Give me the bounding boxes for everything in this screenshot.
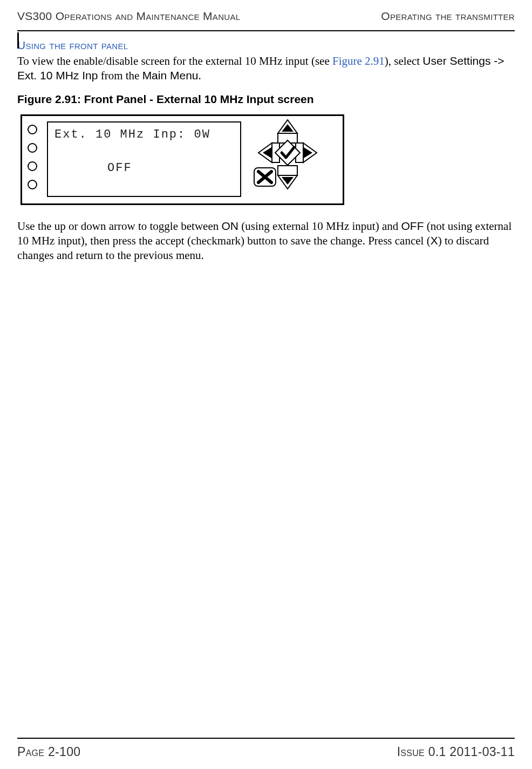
svg-rect-10 [278, 166, 297, 175]
figure-caption: Figure 2.91: Front Panel - External 10 M… [17, 93, 517, 106]
intro-text: To view the enable/disable screen for th… [17, 55, 332, 67]
page-number: Page 2-100 [17, 745, 80, 759]
header-right: Operating the transmitter [381, 10, 515, 23]
body-paragraph: Use the up or down arrow to toggle betwe… [17, 219, 517, 263]
nav-keypad-icon [242, 119, 333, 203]
lcd-line-1: Ext. 10 MHz Inp: 0W [54, 128, 210, 141]
issue-date: Issue 0.1 2011-03-11 [397, 745, 515, 759]
footer-rule [17, 738, 515, 739]
arrow-down-icon [278, 166, 297, 189]
header-left: VS300 Operations and Maintenance Manual [17, 10, 240, 23]
lcd-display: Ext. 10 MHz Inp: 0W OFF [47, 121, 241, 197]
intro-text: . [199, 69, 201, 82]
arrow-up-icon [278, 120, 297, 143]
led-indicator [28, 180, 37, 189]
led-indicator-column [28, 125, 37, 189]
front-panel-illustration: Ext. 10 MHz Inp: 0W OFF [21, 114, 344, 205]
intro-text: from the [98, 69, 142, 82]
off-label: OFF [401, 220, 424, 232]
cancel-x-icon [254, 168, 276, 186]
figure-reference-link[interactable]: Figure 2.91 [332, 55, 385, 67]
menu-root-text: Main Menu [142, 69, 199, 81]
led-indicator [28, 161, 37, 171]
intro-paragraph: To view the enable/disable screen for th… [17, 54, 517, 83]
intro-text: ), select [385, 55, 423, 67]
on-label: ON [221, 220, 238, 232]
section-heading: Using the front panel [17, 39, 517, 52]
led-indicator [28, 125, 37, 134]
led-indicator [28, 143, 37, 153]
side-rule [17, 32, 19, 49]
x-label: X [431, 234, 438, 247]
body-text: Use the up or down arrow to toggle betwe… [17, 220, 221, 233]
lcd-line-2: OFF [107, 161, 132, 175]
body-text: (using external 10 MHz input) and [238, 220, 401, 233]
